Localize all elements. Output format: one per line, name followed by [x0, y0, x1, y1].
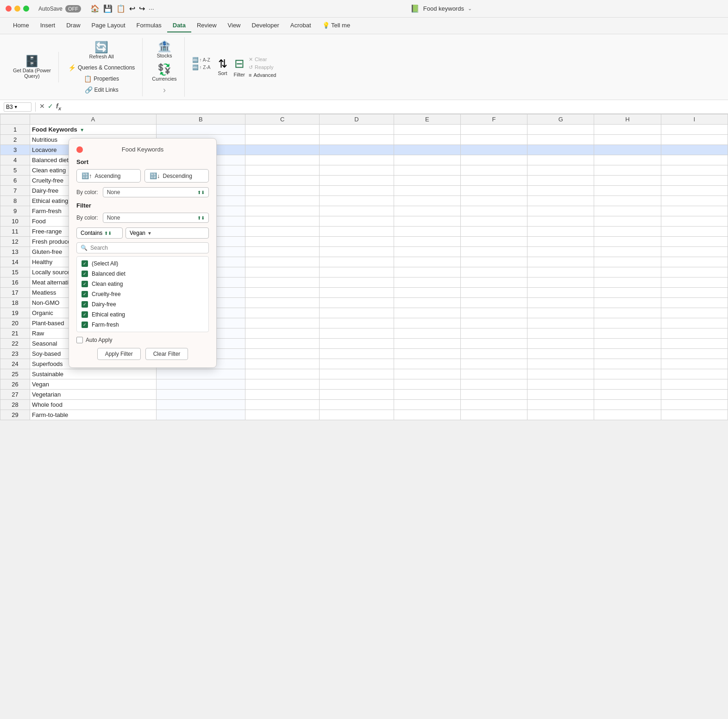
cell-empty[interactable]	[460, 216, 527, 227]
cell-d[interactable]	[320, 298, 394, 308]
cell-empty[interactable]	[527, 247, 594, 257]
cell-empty[interactable]	[394, 206, 460, 216]
cell-empty[interactable]	[661, 145, 728, 155]
cell-empty[interactable]	[460, 298, 527, 308]
cell-empty[interactable]	[527, 216, 594, 227]
cell-b[interactable]	[156, 379, 245, 390]
vegan-select[interactable]: Vegan ▼	[126, 227, 209, 239]
cell-empty[interactable]	[527, 196, 594, 206]
cell-c[interactable]	[245, 267, 319, 278]
cell-empty[interactable]	[661, 165, 728, 176]
cell-empty[interactable]	[527, 257, 594, 267]
tab-pagelayout[interactable]: Page Layout	[86, 19, 131, 32]
cell-empty[interactable]	[594, 237, 661, 247]
cell-empty[interactable]	[594, 247, 661, 257]
cell-empty[interactable]	[661, 339, 728, 349]
cell-c[interactable]	[245, 145, 319, 155]
cell-empty[interactable]	[594, 288, 661, 298]
cell-c[interactable]	[245, 369, 319, 379]
cell-c[interactable]	[245, 308, 319, 318]
cell-empty[interactable]	[661, 237, 728, 247]
contains-select[interactable]: Contains ⬆⬇	[76, 227, 123, 239]
cell-empty[interactable]	[661, 400, 728, 410]
cell-empty[interactable]	[460, 165, 527, 176]
cell-empty[interactable]	[594, 125, 661, 135]
cell-empty[interactable]	[527, 278, 594, 288]
confirm-icon[interactable]: ✓	[48, 102, 53, 111]
properties-button[interactable]: 📋 Properties	[81, 74, 122, 83]
cell-empty[interactable]	[594, 298, 661, 308]
refresh-all-button[interactable]: 🔄 Refresh All	[87, 40, 117, 61]
cell-empty[interactable]	[527, 318, 594, 328]
cell-empty[interactable]	[394, 328, 460, 339]
apply-filter-button[interactable]: Apply Filter	[97, 348, 141, 360]
cell-a[interactable]: Vegan	[30, 379, 157, 390]
cell-empty[interactable]	[661, 216, 728, 227]
filter-popup[interactable]: Food Keywords Sort 🔡↑ Ascending 🔡↓ Desce…	[69, 138, 217, 368]
cell-d[interactable]	[320, 227, 394, 237]
cell-empty[interactable]	[594, 135, 661, 145]
cell-empty[interactable]	[527, 237, 594, 247]
cell-d[interactable]	[320, 308, 394, 318]
cell-empty[interactable]	[460, 176, 527, 186]
cell-empty[interactable]	[594, 410, 661, 420]
checkbox-select-all[interactable]: ✓ (Select All)	[77, 259, 208, 269]
cell-c[interactable]	[245, 206, 319, 216]
cell-empty[interactable]	[394, 227, 460, 237]
sort-za-button[interactable]: 🔤 ↑ Z-A	[191, 64, 212, 71]
cell-empty[interactable]	[394, 267, 460, 278]
cell-a[interactable]: Vegetarian	[30, 390, 157, 400]
cell-empty[interactable]	[594, 216, 661, 227]
cell-empty[interactable]	[661, 328, 728, 339]
ascending-button[interactable]: 🔡↑ Ascending	[76, 169, 141, 183]
cell-empty[interactable]	[594, 267, 661, 278]
table-row[interactable]: 26Vegan	[0, 379, 728, 390]
cell-empty[interactable]	[661, 186, 728, 196]
tab-tellme[interactable]: 💡 Tell me	[317, 19, 356, 32]
table-row[interactable]: 27Vegetarian	[0, 390, 728, 400]
cell-empty[interactable]	[394, 186, 460, 196]
cell-b[interactable]	[156, 125, 245, 135]
function-icon[interactable]: fx	[56, 102, 61, 111]
cell-c[interactable]	[245, 125, 319, 135]
cell-empty[interactable]	[460, 196, 527, 206]
get-data-button[interactable]: 🗄️ Get Data (PowerQuery)	[10, 54, 54, 81]
cell-empty[interactable]	[661, 135, 728, 145]
cell-empty[interactable]	[594, 145, 661, 155]
cell-empty[interactable]	[594, 186, 661, 196]
cell-empty[interactable]	[394, 308, 460, 318]
checkbox-clean-eating[interactable]: ✓ Clean eating	[77, 279, 208, 289]
cell-b[interactable]	[156, 390, 245, 400]
filter-button[interactable]: ⊟ Filter	[234, 57, 245, 78]
col-header-g[interactable]: G	[527, 114, 594, 125]
sort-az-button[interactable]: 🔤 ↑ A-Z	[191, 57, 212, 63]
cell-empty[interactable]	[527, 390, 594, 400]
search-input[interactable]	[90, 245, 205, 251]
cell-b[interactable]	[156, 400, 245, 410]
cell-empty[interactable]	[394, 196, 460, 206]
cell-empty[interactable]	[460, 257, 527, 267]
cell-d[interactable]	[320, 288, 394, 298]
cell-empty[interactable]	[661, 278, 728, 288]
cell-empty[interactable]	[394, 400, 460, 410]
tab-formulas[interactable]: Formulas	[131, 19, 167, 32]
cell-c[interactable]	[245, 298, 319, 308]
cell-empty[interactable]	[594, 369, 661, 379]
cell-empty[interactable]	[394, 390, 460, 400]
col-header-e[interactable]: E	[394, 114, 460, 125]
cell-empty[interactable]	[460, 359, 527, 369]
cell-d[interactable]	[320, 339, 394, 349]
cell-empty[interactable]	[661, 308, 728, 318]
table-row[interactable]: 25Sustainable	[0, 369, 728, 379]
cell-d[interactable]	[320, 257, 394, 267]
cell-empty[interactable]	[460, 135, 527, 145]
cell-empty[interactable]	[394, 339, 460, 349]
cell-empty[interactable]	[394, 155, 460, 165]
cell-empty[interactable]	[527, 186, 594, 196]
cell-c[interactable]	[245, 257, 319, 267]
cell-empty[interactable]	[460, 145, 527, 155]
cell-empty[interactable]	[594, 308, 661, 318]
col-header-a[interactable]: A	[30, 114, 157, 125]
cell-c[interactable]	[245, 247, 319, 257]
cell-empty[interactable]	[661, 257, 728, 267]
